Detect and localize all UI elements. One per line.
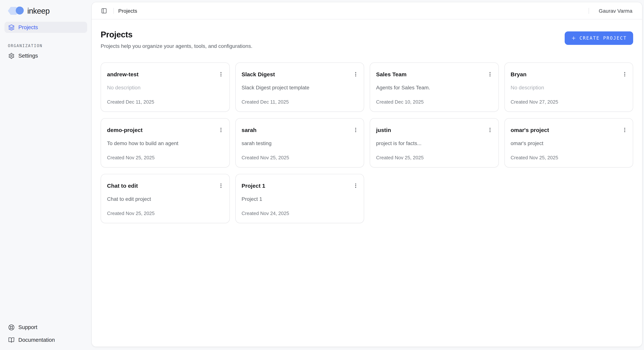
project-card-created: Created Nov 25, 2025 [242,155,358,160]
sidebar-footer: Support Documentation [4,322,87,346]
inkeep-logo[interactable]: inkeep [4,5,87,16]
project-card-description: sarah testing [242,140,358,146]
user-menu-button[interactable]: Gaurav Varma [599,8,632,14]
project-card-title: justin [376,126,391,133]
create-project-button[interactable]: CREATE PROJECT [564,31,633,45]
project-card-menu-button[interactable] [216,181,226,190]
top-header: Projects Gaurav Varma [92,2,642,19]
lifebuoy-icon [8,324,14,330]
project-card-created: Created Nov 25, 2025 [510,155,627,160]
project-card-menu-button[interactable] [351,125,360,135]
project-card-description: Chat to edit project [107,196,223,202]
page-subtitle: Projects help you organize your agents, … [101,43,252,49]
ellipsis-vertical-icon [218,71,224,77]
project-card-created: Created Nov 24, 2025 [242,211,358,216]
inkeep-mark-icon: inkeep [8,6,54,16]
project-card[interactable]: sarah sarah testing Created Nov 25, 2025 [235,118,364,168]
page-header: Projects Projects help you organize your… [101,30,633,49]
ellipsis-vertical-icon [622,71,627,77]
page-content: Projects Projects help you organize your… [92,19,642,347]
sidebar-item-settings[interactable]: Settings [4,50,87,61]
gear-icon [8,52,14,59]
sidebar-item-support[interactable]: Support [4,322,87,333]
ellipsis-vertical-icon [622,127,627,133]
project-card[interactable]: andrew-test No description Created Dec 1… [101,62,230,112]
project-card-menu-button[interactable] [351,69,360,79]
project-card-title: Project 1 [242,182,265,189]
sidebar-section-label: ORGANIZATION [8,43,87,48]
project-card[interactable]: Bryan No description Created Nov 27, 202… [504,62,633,112]
project-card-description: project is for facts... [376,140,492,146]
project-card-title: Chat to edit [107,182,138,189]
projects-grid: andrew-test No description Created Dec 1… [101,62,633,223]
header-divider [588,8,589,14]
project-card-created: Created Nov 25, 2025 [376,155,492,160]
project-card-title: omar's project [510,126,549,133]
project-card[interactable]: Chat to edit Chat to edit project Create… [101,174,230,223]
ellipsis-vertical-icon [487,127,493,133]
header-divider [114,8,114,14]
project-card-created: Created Dec 10, 2025 [376,99,492,105]
sidebar-item-projects[interactable]: Projects [4,22,87,33]
project-card-description: Slack Digest project template [242,84,358,90]
svg-text:inkeep: inkeep [27,6,50,15]
project-card-created: Created Nov 27, 2025 [510,99,627,105]
ellipsis-vertical-icon [353,183,358,188]
project-card-title: demo-project [107,126,142,133]
project-card[interactable]: omar's project omar's project Created No… [504,118,633,168]
sidebar-item-documentation[interactable]: Documentation [4,334,87,346]
panel-left-icon [101,8,107,14]
project-card-menu-button[interactable] [216,69,226,79]
project-card-title: Slack Digest [242,70,275,77]
ellipsis-vertical-icon [353,71,358,77]
sidebar-item-label: Settings [18,53,38,59]
project-card-description: omar's project [510,140,627,146]
project-card-description: No description [510,84,627,90]
project-card-menu-button[interactable] [620,125,630,135]
sidebar: inkeep Projects ORGANIZATION Settings [0,0,92,350]
project-card[interactable]: justin project is for facts... Created N… [370,118,498,168]
project-card[interactable]: Sales Team Agents for Sales Team. Create… [370,62,498,112]
project-card-title: Sales Team [376,70,406,77]
project-card[interactable]: Slack Digest Slack Digest project templa… [235,62,364,112]
ellipsis-vertical-icon [353,127,358,133]
project-card-created: Created Nov 25, 2025 [107,155,223,160]
create-project-button-label: CREATE PROJECT [580,35,627,41]
breadcrumb: Projects [118,8,137,14]
project-card-menu-button[interactable] [351,181,360,190]
project-card[interactable]: Project 1 Project 1 Created Nov 24, 2025 [235,174,364,223]
ellipsis-vertical-icon [218,127,224,133]
project-card[interactable]: demo-project To demo how to build an age… [101,118,230,168]
project-card-title: andrew-test [107,70,138,77]
main-panel: Projects Gaurav Varma Projects Projects … [92,2,642,347]
project-card-title: sarah [242,126,256,133]
ellipsis-vertical-icon [487,71,493,77]
sidebar-toggle-button[interactable] [99,6,109,15]
project-card-created: Created Dec 11, 2025 [242,99,358,105]
project-card-menu-button[interactable] [485,69,495,79]
app-root: inkeep Projects ORGANIZATION Settings [0,0,644,350]
sidebar-item-label: Support [18,324,38,330]
plus-icon [571,35,576,41]
project-card-description: No description [107,84,223,90]
ellipsis-vertical-icon [218,183,224,188]
layers-icon [8,24,14,30]
project-card-menu-button[interactable] [216,125,226,135]
sidebar-item-label: Projects [18,24,38,30]
project-card-description: Project 1 [242,196,358,202]
project-card-created: Created Nov 25, 2025 [107,211,223,216]
project-card-menu-button[interactable] [485,125,495,135]
project-card-menu-button[interactable] [620,69,630,79]
sidebar-item-label: Documentation [18,337,55,343]
project-card-description: To demo how to build an agent [107,140,223,146]
project-card-description: Agents for Sales Team. [376,84,492,90]
project-card-title: Bryan [510,70,526,77]
page-title: Projects [101,30,252,40]
project-card-created: Created Dec 11, 2025 [107,99,223,105]
book-open-icon [8,337,14,343]
